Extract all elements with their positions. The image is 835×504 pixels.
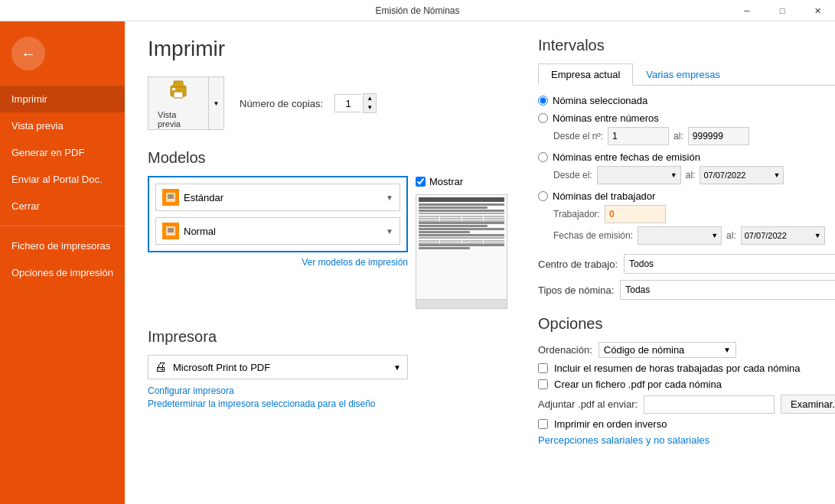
centro-trabajo-dropdown[interactable]: Todos ▼ — [624, 254, 835, 274]
sidebar-item-imprimir[interactable]: Imprimir — [0, 86, 125, 112]
back-arrow-icon: ← — [21, 45, 36, 63]
checkbox-crear-pdf-row: Crear un fichero .pdf por cada nómina — [538, 379, 835, 390]
ordenacion-dropdown[interactable]: Código de nómina ▼ — [599, 342, 736, 358]
page-title: Imprimir — [148, 37, 515, 61]
radio-group: Nómina seleccionada Nóminas entre número… — [538, 95, 835, 245]
radio-nominas-trabajador-group: Nóminas del trabajador Trabajador: Fecha… — [538, 190, 835, 245]
radio-nominas-trabajador-input[interactable] — [538, 191, 548, 201]
tab-varias-empresas[interactable]: Varias empresas — [633, 63, 733, 86]
preview-line — [419, 206, 488, 209]
centro-trabajo-label: Centro de trabajo: — [538, 259, 618, 270]
show-checkbox-container: Mostrar — [416, 176, 463, 187]
close-button[interactable]: ✕ — [800, 0, 835, 21]
preview-line — [419, 213, 504, 214]
percepciones-link[interactable]: Percepciones salariales y no salariales — [538, 434, 709, 446]
print-button-group: Vista previa ▼ — [148, 76, 224, 130]
tipos-nomina-dropdown[interactable]: Todas ▼ — [620, 280, 835, 300]
sidebar-item-vista-previa[interactable]: Vista previa — [0, 112, 125, 139]
al-date1-dropdown[interactable]: 07/07/2022 ▼ — [700, 166, 784, 184]
sidebar-item-label: Fichero de impresoras — [11, 240, 110, 252]
svg-rect-1 — [174, 81, 183, 87]
preview-grid-2 — [419, 240, 504, 244]
main-content: Imprimir Vista previa — [125, 21, 835, 504]
tab-empresa-actual[interactable]: Empresa actual — [538, 63, 633, 86]
sidebar-item-enviar-portal[interactable]: Enviar al Portal Doc. — [0, 166, 125, 193]
preview-scrollbar — [416, 299, 507, 308]
checkbox-incluir-resumen[interactable] — [538, 363, 548, 373]
ver-modelos-link[interactable]: Ver modelos de impresión — [302, 257, 408, 268]
preview-content — [416, 195, 507, 252]
back-button[interactable]: ← — [11, 37, 45, 70]
preview-grid — [419, 216, 504, 222]
desde-date-dropdown[interactable]: ▼ — [597, 166, 681, 184]
vista-previa-button[interactable]: Vista previa — [148, 76, 209, 130]
copies-input: 1 ▲ ▼ — [334, 93, 377, 113]
checkbox-crear-pdf-label: Crear un fichero .pdf por cada nómina — [554, 379, 722, 390]
sidebar-item-cerrar[interactable]: Cerrar — [0, 193, 125, 219]
modelos-section: Modelos Estándar ▼ — [148, 149, 515, 309]
radio-nominas-numeros-group: Nóminas entre números Desde el nº: al: — [538, 112, 835, 145]
tabs-container: Empresa actual Varias empresas — [538, 63, 835, 86]
percepciones-link-container: Percepciones salariales y no salariales — [538, 434, 835, 446]
minimize-button[interactable]: ─ — [729, 0, 765, 21]
impresora-section: Impresora 🖨 Microsoft Print to PDF ▼ Con… — [148, 328, 515, 409]
preview-line — [419, 244, 504, 246]
nominas-fechas-fields: Desde el: ▼ al: 07/07/2022 ▼ — [553, 166, 835, 184]
modelo-estandar-dropdown[interactable]: Estándar ▼ — [155, 184, 400, 211]
tipos-nomina-row: Tipos de nómina: Todas ▼ — [538, 280, 835, 300]
printer-dropdown[interactable]: 🖨 Microsoft Print to PDF ▼ — [148, 355, 408, 379]
checkbox-incluir-resumen-row: Incluir el resumen de horas trabajadas p… — [538, 363, 835, 374]
modelo-normal-dropdown[interactable]: Normal ▼ — [155, 217, 400, 245]
checkbox-incluir-resumen-label: Incluir el resumen de horas trabajadas p… — [554, 363, 801, 374]
sidebar-item-label: Enviar al Portal Doc. — [11, 174, 103, 185]
predeterminar-impresora-link[interactable]: Predeterminar la impresora seleccionada … — [148, 398, 515, 409]
opciones-section: Opciones Ordenación: Código de nómina ▼ … — [538, 315, 835, 446]
checkbox-imprimir-inverso[interactable] — [538, 419, 548, 429]
copies-up-button[interactable]: ▲ — [364, 94, 376, 103]
print-button-area: Vista previa ▼ Número de copias: 1 ▲ ▼ — [148, 76, 515, 130]
al-n-label: al: — [674, 131, 683, 141]
radio-nominas-fechas: Nóminas entre fechas de emisión — [538, 151, 835, 163]
ordenacion-label: Ordenación: — [538, 344, 592, 356]
checkbox-crear-pdf[interactable] — [538, 379, 548, 389]
checkbox-imprimir-inverso-label: Imprimir en orden inverso — [554, 418, 667, 430]
sidebar-item-fichero-impresoras[interactable]: Fichero de impresoras — [0, 232, 125, 259]
printer-icon: 🖨 — [155, 360, 167, 374]
preview-line — [419, 234, 504, 236]
al-n-input[interactable] — [688, 127, 749, 145]
radio-nominas-fechas-input[interactable] — [538, 152, 548, 162]
desde-n-input[interactable] — [608, 127, 669, 145]
modelo-estandar-icon — [162, 189, 179, 206]
al-date2-dropdown[interactable]: 07/07/2022 ▼ — [741, 226, 825, 245]
radio-nominas-numeros: Nóminas entre números — [538, 112, 835, 124]
examinar-button[interactable]: Examinar... — [781, 395, 835, 414]
desde-n-label: Desde el nº: — [553, 131, 603, 141]
adjuntar-input[interactable] — [644, 395, 775, 414]
sidebar-item-label: Opciones de impresión — [11, 267, 113, 278]
trabajador-label: Trabajador: — [553, 209, 600, 219]
trabajador-input[interactable] — [605, 205, 666, 223]
tipos-nomina-label: Tipos de nómina: — [538, 285, 614, 296]
show-label: Mostrar — [429, 176, 463, 187]
copies-value: 1 — [334, 94, 361, 112]
show-checkbox[interactable] — [416, 177, 426, 187]
right-panel: Intervalos Empresa actual Varias empresa… — [538, 37, 835, 489]
modelos-link-container: Ver modelos de impresión — [148, 256, 408, 268]
sidebar-item-generar-pdf[interactable]: Generar en PDF — [0, 139, 125, 166]
sidebar-item-label: Cerrar — [11, 200, 40, 212]
maximize-button[interactable]: □ — [765, 0, 800, 21]
copies-label: Número de copias: — [240, 98, 323, 109]
print-dropdown-arrow[interactable]: ▼ — [209, 76, 224, 130]
nominas-fechas-emision-fields: Fechas de emisión: ▼ al: 07/07/2022 ▼ — [553, 226, 835, 245]
sidebar-item-opciones-impresion[interactable]: Opciones de impresión — [0, 259, 125, 286]
configurar-impresora-link[interactable]: Configurar impresora — [148, 385, 515, 396]
adjuntar-row: Adjuntar .pdf al enviar: Examinar... — [538, 395, 835, 414]
sidebar: ← Imprimir Vista previa Generar en PDF E… — [0, 21, 125, 504]
radio-nominas-numeros-input[interactable] — [538, 113, 548, 123]
fechas-emision-dropdown[interactable]: ▼ — [638, 226, 722, 245]
modelos-title: Modelos — [148, 149, 515, 167]
radio-nomina-seleccionada-input[interactable] — [538, 96, 548, 106]
copies-down-button[interactable]: ▼ — [364, 103, 376, 112]
title-bar-controls: ─ □ ✕ — [729, 0, 835, 21]
radio-nominas-fechas-group: Nóminas entre fechas de emisión Desde el… — [538, 151, 835, 184]
